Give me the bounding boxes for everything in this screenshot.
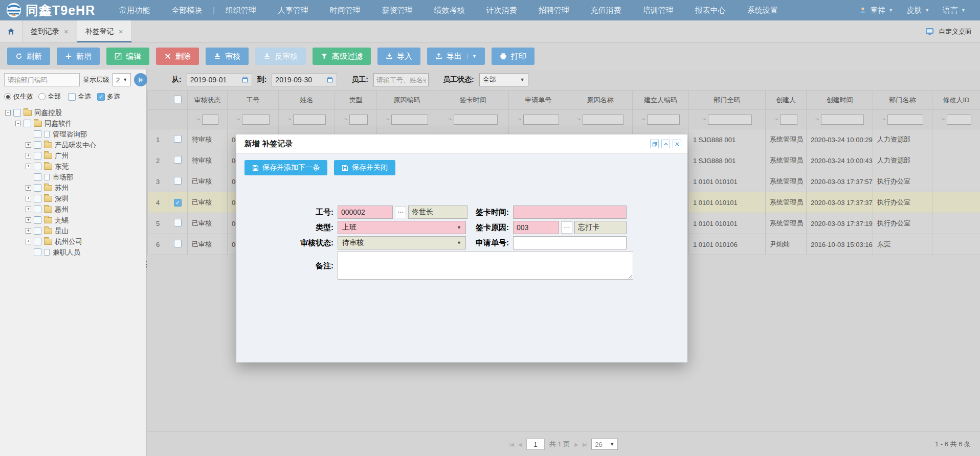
column-header-6[interactable]: 申请单号 <box>509 90 568 110</box>
column-filter-input-11[interactable] <box>821 115 864 125</box>
select-all-checkbox[interactable] <box>68 93 76 101</box>
toolbar-button-1[interactable]: 新增 <box>57 48 100 65</box>
menu-item-8[interactable]: 招聘管理 <box>528 0 580 20</box>
column-header-9[interactable]: 部门全码 <box>689 90 766 110</box>
first-page-button[interactable]: |◀ <box>509 442 514 447</box>
row-checkbox[interactable] <box>174 240 182 247</box>
menu-item-10[interactable]: 培训管理 <box>632 0 684 20</box>
calendar-icon[interactable] <box>241 76 249 83</box>
save-and-close-button[interactable]: 保存并关闭 <box>334 160 395 175</box>
expand-icon[interactable]: + <box>26 207 31 212</box>
column-filter-input-5[interactable] <box>454 115 498 125</box>
card-time-input[interactable] <box>513 206 627 219</box>
multi-select-checkbox[interactable]: ✓ <box>97 93 105 101</box>
tree-item-7[interactable]: +苏州 <box>3 183 143 193</box>
tree-checkbox[interactable] <box>34 238 41 245</box>
expand-icon[interactable]: + <box>26 142 31 148</box>
audit-status-select[interactable]: 待审核▼ <box>338 236 466 249</box>
next-page-button[interactable]: ▶ <box>574 442 578 447</box>
menu-item-2[interactable]: 组织管理 <box>215 0 267 20</box>
tree-checkbox[interactable] <box>34 248 41 256</box>
tree-item-3[interactable]: +产品研发中心 <box>3 140 143 150</box>
expand-icon[interactable]: + <box>26 164 31 169</box>
reason-lookup-button[interactable]: ⋯ <box>561 221 572 234</box>
tree-checkbox[interactable] <box>34 141 41 149</box>
export-dropdown-caret[interactable]: ▼ <box>467 54 477 59</box>
expand-icon[interactable]: + <box>26 239 31 244</box>
work-no-lookup-button[interactable]: ⋯ <box>395 206 406 218</box>
tab-0[interactable]: 签到记录× <box>23 20 77 42</box>
tree-item-5[interactable]: +东莞 <box>3 161 143 172</box>
column-filter-input-1[interactable] <box>242 115 270 125</box>
menu-item-6[interactable]: 绩效考核 <box>424 0 476 20</box>
remark-textarea[interactable] <box>338 251 633 280</box>
tree-item-2[interactable]: 管理咨询部 <box>3 129 143 140</box>
column-header-7[interactable]: 原因名称 <box>568 90 633 110</box>
tree-item-10[interactable]: +无锡 <box>3 215 143 225</box>
column-header-2[interactable]: 姓名 <box>279 90 335 110</box>
expand-icon[interactable]: + <box>26 228 31 234</box>
tree-checkbox[interactable] <box>13 109 21 117</box>
department-code-input[interactable] <box>4 73 80 86</box>
column-filter-input-6[interactable] <box>523 115 559 125</box>
tree-item-0[interactable]: −同鑫控股 <box>3 107 143 118</box>
menu-item-3[interactable]: 人事管理 <box>267 0 319 20</box>
user-menu[interactable]: 童祥 ▼ <box>859 6 893 15</box>
column-filter-input-7[interactable] <box>583 115 623 125</box>
tree-item-13[interactable]: 兼职人员 <box>3 247 143 258</box>
column-header-3[interactable]: 类型 <box>335 90 377 110</box>
column-header-5[interactable]: 签卡时间 <box>437 90 509 110</box>
tree-item-12[interactable]: +杭州公司 <box>3 236 143 247</box>
reason-code-input[interactable] <box>513 221 559 234</box>
menu-item-11[interactable]: 报表中心 <box>684 0 737 20</box>
toolbar-button-2[interactable]: 编辑 <box>106 48 149 65</box>
column-header-11[interactable]: 创建时间 <box>807 90 873 110</box>
column-filter-input-4[interactable] <box>391 115 428 125</box>
expand-icon[interactable]: + <box>26 153 31 158</box>
tree-item-4[interactable]: +广州 <box>3 150 143 161</box>
expand-icon[interactable]: + <box>26 217 31 223</box>
column-header-10[interactable]: 创建人 <box>766 90 807 110</box>
menu-item-4[interactable]: 时间管理 <box>319 0 371 20</box>
skin-menu[interactable]: 皮肤 ▼ <box>906 6 929 15</box>
tree-checkbox[interactable] <box>34 184 41 192</box>
toolbar-button-7[interactable]: 导入 <box>377 48 420 65</box>
toolbar-button-9[interactable]: 打印 <box>492 48 534 65</box>
level-select[interactable]: 2▼ <box>113 73 131 86</box>
apply-no-input[interactable] <box>513 236 627 249</box>
toolbar-button-8[interactable]: 导出▼ <box>427 48 485 65</box>
restore-window-button[interactable] <box>650 140 659 148</box>
employee-search-input[interactable] <box>373 73 429 86</box>
column-filter-input-9[interactable] <box>708 115 752 125</box>
tree-checkbox[interactable] <box>34 227 41 235</box>
toolbar-button-0[interactable]: 刷新 <box>7 48 50 65</box>
from-date-input[interactable]: 2019-09-01 <box>187 73 252 86</box>
toolbar-button-3[interactable]: 删除 <box>156 48 199 65</box>
tree-item-9[interactable]: +惠州 <box>3 204 143 215</box>
home-tab[interactable] <box>0 20 23 42</box>
collapse-sidebar-button[interactable] <box>134 73 147 86</box>
language-menu[interactable]: 语言 ▼ <box>943 6 966 15</box>
tab-close-icon[interactable]: × <box>119 27 123 36</box>
row-checkbox[interactable] <box>174 177 182 185</box>
all-radio[interactable] <box>38 93 46 100</box>
tree-checkbox[interactable] <box>34 152 41 159</box>
column-header-0[interactable]: 审核状态 <box>188 90 228 110</box>
column-header-8[interactable]: 建立人编码 <box>633 90 689 110</box>
to-date-input[interactable]: 2019-09-30 <box>272 73 337 86</box>
prev-page-button[interactable]: ◀ <box>518 442 522 447</box>
tree-item-11[interactable]: +昆山 <box>3 225 143 236</box>
last-page-button[interactable]: ▶| <box>583 442 587 447</box>
work-no-input[interactable] <box>338 206 393 219</box>
column-filter-input-0[interactable] <box>202 115 218 125</box>
close-icon[interactable] <box>673 140 681 148</box>
column-filter-input-12[interactable] <box>887 115 923 125</box>
tree-checkbox[interactable] <box>34 195 41 202</box>
tree-checkbox[interactable] <box>34 173 41 181</box>
tree-checkbox[interactable] <box>34 206 41 213</box>
toolbar-button-6[interactable]: 高级过滤 <box>313 48 371 65</box>
tab-close-icon[interactable]: × <box>64 27 69 36</box>
employee-status-select[interactable]: 全部▼ <box>479 73 528 86</box>
row-checkbox[interactable] <box>174 156 182 164</box>
tree-checkbox[interactable] <box>34 130 41 138</box>
